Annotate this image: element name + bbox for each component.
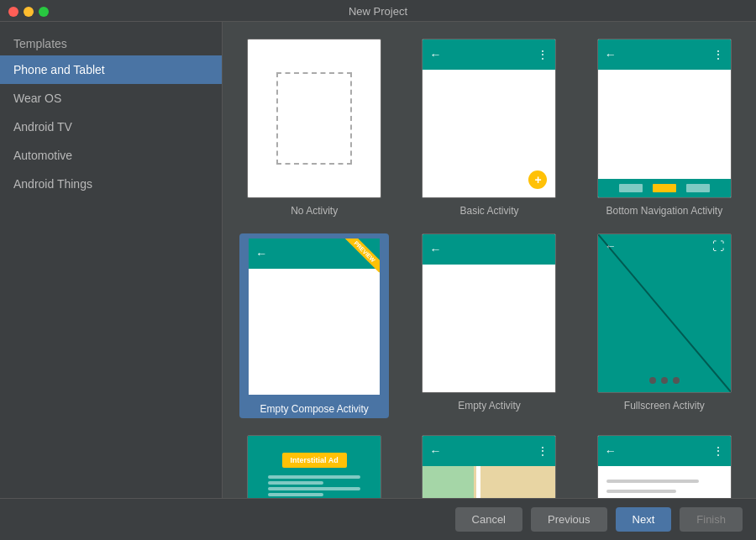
template-empty-compose[interactable]: ← PREVIEW Empty Compose Activity	[239, 233, 389, 418]
bottom-bar: Cancel Previous Next Finish	[0, 498, 756, 540]
map-body: 📍	[423, 466, 555, 498]
fullscreen-diagonal-svg	[598, 234, 731, 392]
map-more-icon: ⋮	[537, 444, 549, 458]
maximize-button[interactable]	[39, 7, 49, 17]
phone-footer-bn	[598, 179, 731, 197]
templates-area: No Activity ← ⋮ + Basic Activity	[223, 22, 756, 498]
sidebar-item-phone-tablet[interactable]: Phone and Tablet	[0, 55, 222, 84]
more-icon: ⋮	[537, 48, 549, 61]
compose-body	[249, 269, 380, 395]
template-label-fullscreen: Fullscreen Activity	[624, 400, 705, 412]
back-icon-ea: ←	[429, 243, 441, 256]
template-preview-fullscreen: ← ⛶	[597, 233, 732, 393]
ad-line-4	[268, 493, 323, 496]
template-fullscreen[interactable]: ← ⛶ Fullscreen Activity	[590, 233, 739, 418]
template-label-no-activity: No Activity	[291, 205, 338, 217]
road-v1	[476, 466, 480, 498]
template-label-bottom-nav: Bottom Navigation Activity	[606, 205, 722, 217]
template-preview-scrolling: ← ⋮	[597, 435, 732, 498]
phone-body: +	[423, 70, 555, 197]
templates-grid: No Activity ← ⋮ + Basic Activity	[239, 39, 739, 498]
ad-line-1	[268, 475, 360, 479]
template-google-maps[interactable]: ← ⋮ 📍 Google Maps Activity	[414, 435, 564, 498]
svg-line-0	[598, 234, 731, 392]
close-button[interactable]	[8, 7, 18, 17]
scrolling-body	[598, 466, 731, 498]
phone-header-bn: ← ⋮	[598, 39, 731, 70]
template-label-empty-activity: Empty Activity	[458, 400, 521, 412]
map-content: ← ⋮ 📍	[423, 436, 555, 498]
interstitial-content: Interstitial Ad	[248, 436, 381, 498]
template-no-activity[interactable]: No Activity	[239, 39, 389, 217]
template-preview-basic-activity: ← ⋮ +	[422, 39, 556, 198]
dot2	[661, 377, 668, 384]
map-back-icon: ←	[429, 444, 441, 458]
sidebar-item-android-things[interactable]: Android Things	[0, 170, 222, 198]
sidebar-item-automotive[interactable]: Automotive	[0, 141, 222, 170]
scroll-line-1	[606, 480, 699, 483]
fab-icon: +	[528, 170, 547, 189]
phone-header: ← ⋮	[423, 39, 555, 70]
main-content: Templates Phone and Tablet Wear OS Andro…	[0, 22, 756, 498]
phone-body-bn	[598, 70, 731, 179]
ad-banner: Interstitial Ad	[282, 453, 347, 468]
template-preview-google-maps: ← ⋮ 📍	[422, 435, 556, 498]
ad-line-3	[268, 487, 360, 490]
template-label-empty-compose: Empty Compose Activity	[260, 403, 368, 415]
fullscreen-dots	[598, 377, 731, 384]
phone-body-ea	[423, 265, 555, 392]
template-label-basic-activity: Basic Activity	[459, 205, 518, 217]
sidebar-item-android-tv[interactable]: Android TV	[0, 113, 222, 141]
minimize-button[interactable]	[24, 7, 34, 17]
sidebar-item-wear-os[interactable]: Wear OS	[0, 84, 222, 113]
sidebar-section-title: Templates	[0, 29, 222, 55]
template-preview-empty-activity: ←	[422, 233, 556, 393]
template-bottom-nav[interactable]: ← ⋮ Bottom Navigation Activity	[590, 39, 739, 217]
more-icon-bn: ⋮	[712, 48, 724, 61]
dot3	[673, 377, 680, 384]
template-preview-empty-compose: ← PREVIEW	[247, 237, 381, 396]
scrolling-back-icon: ←	[605, 444, 617, 458]
previous-button[interactable]: Previous	[531, 507, 607, 532]
nav-dot-2	[653, 184, 676, 192]
template-interstitial-ad[interactable]: Interstitial Ad Interstitial Ad	[239, 435, 389, 498]
template-preview-interstitial-ad: Interstitial Ad	[247, 435, 381, 498]
scrolling-header: ← ⋮	[598, 436, 731, 466]
dashed-rect	[276, 72, 352, 165]
scroll-line-2	[606, 490, 676, 493]
back-icon-bn: ←	[605, 48, 617, 61]
next-button[interactable]: Next	[616, 507, 672, 532]
template-scrolling-activity[interactable]: ← ⋮	[590, 435, 739, 498]
phone-header-ea: ←	[423, 234, 555, 265]
ad-lines	[268, 473, 360, 498]
compose-back-icon: ←	[255, 247, 267, 260]
template-basic-activity[interactable]: ← ⋮ + Basic Activity	[414, 39, 564, 217]
template-preview-no-activity	[247, 39, 381, 198]
scrolling-more-icon: ⋮	[712, 444, 724, 458]
traffic-lights	[8, 7, 49, 17]
dot1	[649, 377, 656, 384]
finish-button[interactable]: Finish	[680, 507, 743, 532]
map-green-1	[423, 466, 473, 498]
sidebar: Templates Phone and Tablet Wear OS Andro…	[0, 22, 223, 498]
window-title: New Project	[349, 5, 407, 18]
ad-line-2	[268, 481, 323, 485]
cancel-button[interactable]: Cancel	[455, 507, 522, 532]
nav-dot-1	[619, 184, 643, 192]
titlebar: New Project	[0, 0, 756, 22]
template-preview-bottom-nav: ← ⋮	[597, 39, 732, 198]
nav-dot-3	[686, 184, 710, 192]
template-empty-activity[interactable]: ← Empty Activity	[414, 233, 564, 418]
back-icon: ←	[429, 48, 441, 61]
scrolling-content: ← ⋮	[598, 436, 731, 498]
map-header: ← ⋮	[423, 436, 555, 466]
